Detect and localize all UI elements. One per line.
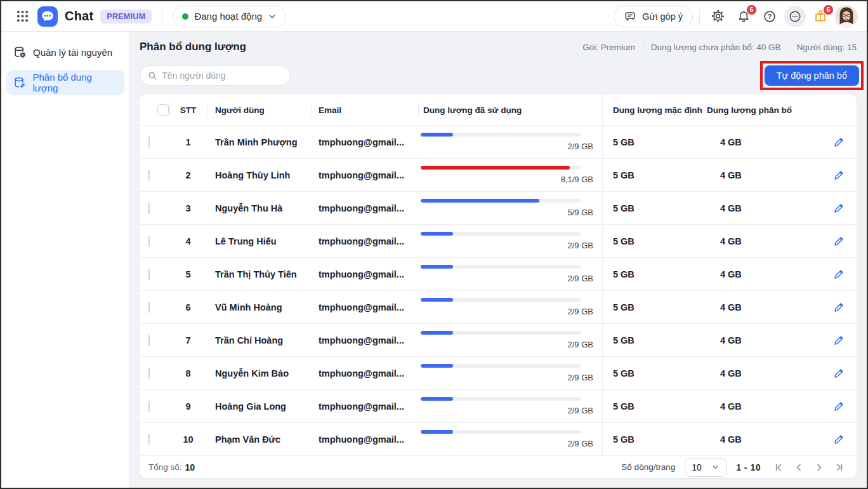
table-body: 1 Trần Minh Phượng tmphuong@gmail... 2/9… [140, 125, 857, 455]
row-email: tmphuong@gmail... [312, 236, 418, 246]
edit-allocation-button[interactable] [833, 268, 845, 280]
select-all-checkbox[interactable] [157, 104, 169, 116]
rows-per-page-select[interactable]: 10 [685, 458, 727, 477]
app-grid-icon[interactable] [14, 5, 30, 28]
sidebar: Quản lý tài nguyên Phân bổ dung lượng [1, 32, 130, 488]
pencil-icon [833, 334, 845, 346]
annotation-highlight-box: Tự động phân bổ [760, 61, 864, 90]
edit-allocation-button[interactable] [833, 136, 845, 148]
usage-progress-track [421, 232, 581, 236]
row-email: tmphuong@gmail... [312, 269, 418, 279]
sidebar-item-storage-allocation[interactable]: Phân bổ dung lượng [6, 70, 124, 95]
row-checkbox[interactable] [148, 302, 150, 313]
row-checkbox[interactable] [148, 335, 150, 346]
row-usage-cell: 2/9 GB [418, 133, 602, 151]
edit-allocation-button[interactable] [833, 235, 845, 247]
usage-progress-track [421, 331, 581, 335]
table-row: 7 Trần Chí Hoàng tmphuong@gmail... 2/9 G… [140, 323, 857, 356]
divider [643, 43, 643, 51]
usage-label: 8,1/9 GB [561, 175, 593, 184]
usage-label: 2/9 GB [568, 241, 593, 250]
gear-icon [711, 9, 725, 23]
settings-button[interactable] [706, 5, 729, 28]
row-stt: 1 [169, 137, 207, 147]
edit-allocation-button[interactable] [833, 301, 845, 313]
row-allocated-storage: 4 GB [706, 137, 821, 147]
row-usage-cell: 2/9 GB [418, 232, 602, 250]
usage-bar-fill [421, 232, 453, 236]
search-icon [148, 70, 157, 81]
row-user-name: Trần Minh Phượng [207, 137, 312, 147]
edit-allocation-button[interactable] [833, 433, 845, 445]
column-header-allocated: Dung lượng phân bổ [706, 95, 821, 125]
row-default-storage: 5 GB [602, 324, 706, 356]
divider [789, 43, 789, 51]
usage-progress-track [421, 430, 581, 434]
help-button[interactable]: ? [758, 5, 781, 28]
row-checkbox[interactable] [148, 401, 150, 412]
row-checkbox[interactable] [148, 137, 150, 148]
row-user-name: Phạm Văn Đức [207, 434, 312, 445]
usage-label: 2/9 GB [568, 274, 593, 283]
row-email: tmphuong@gmail... [312, 401, 418, 412]
unallocated-storage-label: Dung lượng chưa phân bổ: 40 GB [651, 43, 781, 52]
usage-label: 2/9 GB [568, 373, 593, 382]
pencil-icon [833, 367, 845, 379]
avatar[interactable] [835, 5, 858, 28]
notifications-button[interactable]: 6 [732, 5, 755, 28]
row-user-name: Trần Thị Thủy Tiên [207, 269, 312, 279]
row-checkbox[interactable] [148, 236, 150, 247]
sidebar-item-resource-management[interactable]: Quản lý tài nguyên [6, 39, 124, 65]
row-user-name: Vũ Minh Hoàng [207, 302, 312, 312]
usage-progress-track [421, 133, 581, 137]
row-allocated-storage: 4 GB [706, 269, 821, 279]
notification-badge: 6 [746, 4, 757, 15]
edit-allocation-button[interactable] [833, 169, 845, 181]
usage-progress-track [421, 397, 581, 401]
row-checkbox[interactable] [148, 203, 150, 214]
row-checkbox[interactable] [148, 434, 150, 445]
usage-label: 2/9 GB [568, 142, 593, 151]
last-page-button[interactable] [831, 459, 848, 476]
row-checkbox[interactable] [148, 368, 150, 379]
feedback-label: Gửi góp ý [642, 11, 683, 22]
row-allocated-storage: 4 GB [706, 170, 821, 180]
edit-allocation-button[interactable] [833, 367, 845, 379]
topbar: Chat PREMIUM Đang hoạt động Gửi góp ý [1, 1, 867, 32]
usage-progress-track [421, 364, 581, 368]
last-page-icon [834, 462, 845, 472]
status-dropdown[interactable]: Đang hoạt động [173, 6, 286, 27]
next-page-button[interactable] [811, 459, 827, 476]
row-stt: 10 [169, 434, 207, 445]
pencil-icon [833, 268, 845, 280]
edit-allocation-button[interactable] [833, 334, 845, 346]
table-row: 3 Nguyễn Thu Hà tmphuong@gmail... 5/9 GB… [140, 191, 857, 224]
app-window: Chat PREMIUM Đang hoạt động Gửi góp ý [0, 0, 868, 489]
feedback-button[interactable]: Gửi góp ý [614, 6, 693, 27]
row-default-storage: 5 GB [602, 159, 706, 191]
usage-bar-fill [421, 397, 453, 401]
row-checkbox[interactable] [148, 170, 150, 181]
edit-allocation-button[interactable] [833, 400, 845, 412]
row-usage-cell: 2/9 GB [418, 397, 602, 415]
search-input[interactable] [162, 70, 282, 81]
usage-progress-track [421, 265, 581, 269]
edit-allocation-button[interactable] [833, 202, 845, 214]
whats-new-button[interactable]: 6 [809, 5, 832, 28]
app-title: Chat [65, 9, 93, 23]
previous-page-button[interactable] [791, 459, 807, 476]
table-row: 2 Hoàng Thùy Linh tmphuong@gmail... 8,1/… [140, 158, 857, 191]
table-row: 5 Trần Thị Thủy Tiên tmphuong@gmail... 2… [140, 257, 857, 290]
row-checkbox[interactable] [148, 269, 150, 280]
more-button[interactable] [784, 6, 806, 27]
row-default-storage: 5 GB [602, 291, 706, 323]
row-default-storage: 5 GB [602, 126, 706, 158]
whats-new-badge: 6 [823, 4, 834, 15]
row-default-storage: 5 GB [602, 390, 706, 422]
auto-allocate-button[interactable]: Tự động phân bổ [765, 65, 859, 86]
row-email: tmphuong@gmail... [312, 137, 418, 147]
question-circle-icon: ? [763, 10, 777, 23]
first-page-button[interactable] [770, 459, 787, 476]
usage-bar-fill [421, 265, 453, 269]
total-label: Tổng số: [148, 462, 182, 472]
